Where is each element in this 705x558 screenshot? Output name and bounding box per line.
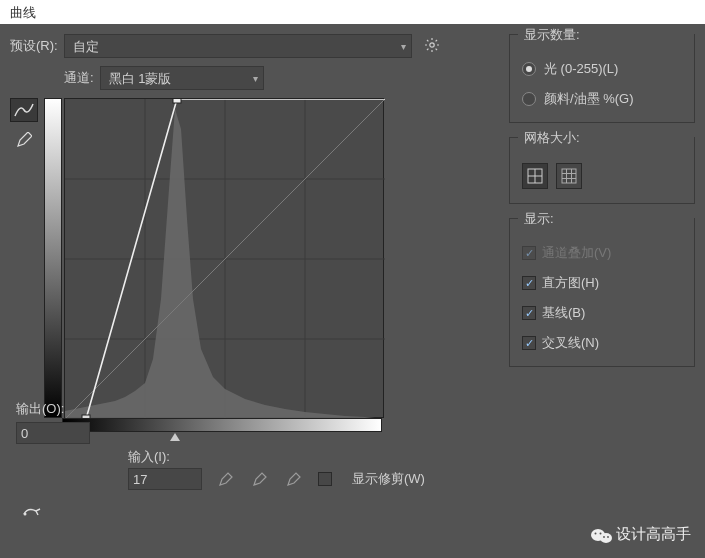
channel-overlay-checkbox (522, 246, 536, 260)
light-radio[interactable] (522, 62, 536, 76)
crossline-checkbox[interactable] (522, 336, 536, 350)
channel-overlay-label: 通道叠加(V) (542, 244, 611, 262)
histogram-checkbox[interactable] (522, 276, 536, 290)
input-input[interactable] (128, 468, 202, 490)
grid-size-group: 网格大小: (509, 137, 695, 204)
crossline-row[interactable]: 交叉线(N) (522, 334, 682, 352)
display-amount-group: 显示数量: 光 (0-255)(L) 颜料/油墨 %(G) (509, 34, 695, 123)
watermark-text: 设计高高手 (616, 525, 691, 544)
input-gradient[interactable] (62, 418, 382, 432)
show-clipping-checkbox[interactable] (318, 472, 332, 486)
light-radio-row[interactable]: 光 (0-255)(L) (522, 60, 682, 78)
output-gradient (44, 98, 62, 418)
watermark: 设计高高手 (590, 525, 691, 544)
white-eyedropper-icon[interactable] (284, 469, 304, 489)
crossline-label: 交叉线(N) (542, 334, 599, 352)
curve-point-highlight (173, 99, 181, 103)
svg-point-27 (600, 532, 602, 534)
grid-small-button[interactable] (522, 163, 548, 189)
preset-select[interactable]: 自定 (64, 34, 412, 58)
display-amount-legend: 显示数量: (520, 26, 584, 44)
channel-label: 通道: (64, 69, 94, 87)
svg-point-25 (600, 533, 612, 543)
svg-point-26 (595, 532, 597, 534)
gear-icon[interactable] (424, 37, 440, 56)
display-group: 显示: 通道叠加(V) 直方图(H) 基线(B) 交叉线(N) (509, 218, 695, 367)
svg-line-7 (427, 48, 428, 49)
pigment-radio[interactable] (522, 92, 536, 106)
svg-point-28 (603, 536, 605, 538)
svg-line-8 (435, 40, 436, 41)
wechat-icon (590, 527, 610, 543)
channel-overlay-row: 通道叠加(V) (522, 244, 682, 262)
grid-large-button[interactable] (556, 163, 582, 189)
svg-line-5 (427, 40, 428, 41)
input-label: 输入(I): (128, 448, 493, 466)
output-label: 输出(O): (16, 400, 64, 418)
histogram-label: 直方图(H) (542, 274, 599, 292)
channel-select[interactable]: 黑白 1蒙版 (100, 66, 264, 90)
baseline-row[interactable]: 基线(B) (522, 304, 682, 322)
preset-label: 预设(R): (10, 37, 58, 55)
svg-point-15 (24, 513, 27, 516)
output-input[interactable] (16, 422, 90, 444)
window-title: 曲线 (0, 0, 705, 24)
curve-tool-button[interactable] (10, 98, 38, 122)
baseline-label: 基线(B) (542, 304, 585, 322)
histogram-row[interactable]: 直方图(H) (522, 274, 682, 292)
svg-line-6 (435, 48, 436, 49)
svg-rect-19 (562, 169, 576, 183)
gray-eyedropper-icon[interactable] (250, 469, 270, 489)
svg-point-29 (607, 536, 609, 538)
pigment-radio-row[interactable]: 颜料/油墨 %(G) (522, 90, 682, 108)
white-point-slider[interactable] (170, 433, 180, 441)
svg-point-0 (429, 42, 433, 46)
light-radio-label: 光 (0-255)(L) (544, 60, 618, 78)
grid-size-legend: 网格大小: (520, 129, 584, 147)
baseline-checkbox[interactable] (522, 306, 536, 320)
pigment-radio-label: 颜料/油墨 %(G) (544, 90, 634, 108)
curves-graph[interactable] (64, 98, 384, 418)
target-adjust-icon[interactable] (22, 505, 44, 526)
show-clipping-label: 显示修剪(W) (352, 470, 425, 488)
pencil-tool-button[interactable] (10, 128, 38, 152)
black-eyedropper-icon[interactable] (216, 469, 236, 489)
display-legend: 显示: (520, 210, 558, 228)
